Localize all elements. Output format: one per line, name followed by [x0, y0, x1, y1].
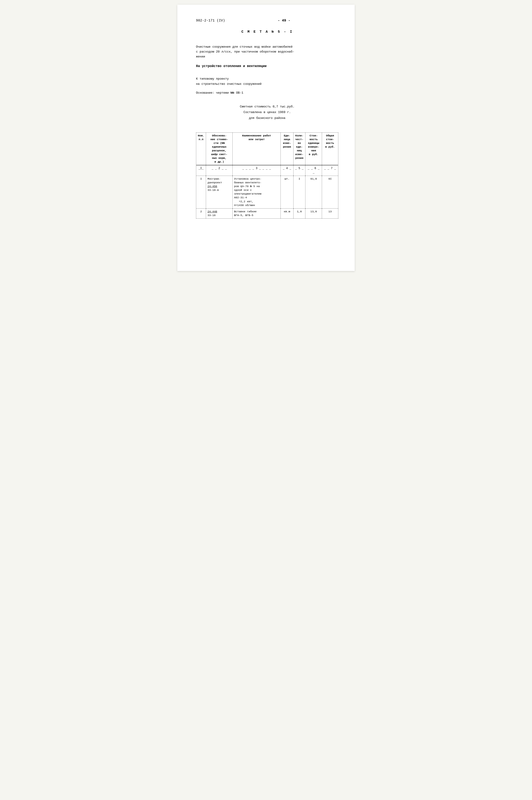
row2-name: Вставки гибкиеВГН-5, ВГВ-5: [232, 208, 281, 218]
header: 902-2-171 (IV) - 49 -: [196, 19, 338, 23]
row1-basis: Мосграж-данпроект24-45633-18-в: [206, 176, 233, 208]
col-label-5: _ 5 _: [293, 165, 305, 176]
col-label-1: _I_: [196, 165, 206, 176]
doc-id: 902-2-171 (IV): [196, 19, 225, 22]
description-line1: Очистные сооружения для сточных вод мойк…: [196, 44, 338, 50]
row2-unit: кв.м: [281, 208, 293, 218]
description-line3: жении: [196, 54, 338, 59]
basis-line: Основание: чертежи №№ ОВ-1: [196, 91, 338, 95]
table-row: I Мосграж-данпроект24-45633-18-в Установ…: [196, 176, 338, 208]
document-title: С М Е Т А № 5 - I: [241, 30, 293, 34]
description-block: Очистные сооружения для сточных вод мойк…: [196, 44, 338, 59]
th-num: Ном.п.п: [196, 133, 206, 165]
description-line2: с расходом 20 л/сск, при частичном оборо…: [196, 50, 338, 54]
th-basis: Обоснова-ние стоимо-сти (№№единичныхрасц…: [206, 133, 233, 165]
section-title: На устройство отопления и вентиляции: [196, 64, 338, 68]
col-label-3: _ _ _ _ 3 _ _ _ _: [232, 165, 281, 176]
th-unit-cost: Стои-мостьединицыизмере-нияв руб.: [305, 133, 322, 165]
table-header-row: Ном.п.п Обоснова-ние стоимо-сти (№№едини…: [196, 133, 338, 165]
row1-num: I: [196, 176, 206, 208]
th-qty: Коли-чест-во еди-ницизме-рения: [293, 133, 305, 165]
document-page: 902-2-171 (IV) - 49 - С М Е Т А № 5 - I …: [177, 5, 355, 271]
table-row: 2 24-44833-16 Вставки гибкиеВГН-5, ВГВ-5…: [196, 208, 338, 218]
row2-num: 2: [196, 208, 206, 218]
row1-total: 9I: [322, 176, 338, 208]
th-name: Наименование работили затрат: [232, 133, 281, 165]
table-column-labels-row: _I_ _ _ 2 _ _ _ _ _ _ 3 _ _ _ _ _ 4 _ _ …: [196, 165, 338, 176]
row1-qty: I: [293, 176, 305, 208]
row2-qty: 1,0: [293, 208, 305, 218]
row2-total: 13: [322, 208, 338, 218]
col-label-7: _ _ 7 _: [322, 165, 338, 176]
th-total: Общаястои-мостьв руб.: [322, 133, 338, 165]
row2-basis: 24-44833-16: [206, 208, 233, 218]
row1-unit: шт.: [281, 176, 293, 208]
cost-line2: Составлена в ценах 1969 г.: [196, 110, 338, 115]
title-block: С М Е Т А № 5 - I: [196, 30, 338, 34]
th-unit: Еди-ницаизме-рения: [281, 133, 293, 165]
cost-line3: для базисного района: [196, 115, 338, 121]
cost-line1: Сметная стоимость 0,7 тыс.руб.: [196, 104, 338, 110]
row2-unit-cost: 13,0: [305, 208, 322, 218]
project-ref-line2: на строительство очистных сооружений: [196, 81, 338, 87]
cost-block: Сметная стоимость 0,7 тыс.руб. Составлен…: [196, 104, 338, 121]
project-ref-line1: К типовому проекту: [196, 76, 338, 81]
row1-unit-cost: 91,0: [305, 176, 322, 208]
row1-name: Установка центро-бежных вентилято-ров ЦЧ…: [232, 176, 281, 208]
project-ref: К типовому проекту на строительство очис…: [196, 76, 338, 87]
page-number: - 49 -: [225, 19, 324, 23]
col-label-4: _ 4 _: [281, 165, 293, 176]
col-label-6: _ _ 6 _ _: [305, 165, 322, 176]
main-table: Ном.п.п Обоснова-ние стоимо-сти (№№едини…: [196, 132, 338, 219]
col-label-2: _ _ 2 _ _: [206, 165, 233, 176]
